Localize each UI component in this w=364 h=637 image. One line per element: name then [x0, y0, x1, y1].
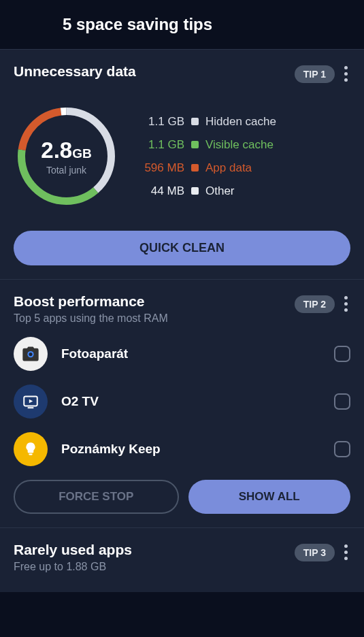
list-item: O2 TV — [14, 385, 350, 419]
force-stop-button[interactable]: FORCE STOP — [14, 480, 179, 514]
section-header: Boost performance Top 5 apps using the m… — [14, 293, 350, 325]
section-unnecessary-data: Unnecessary data TIP 1 2.8GB Total junk … — [0, 49, 364, 279]
section-rarely-used-apps: Rarely used apps Free up to 1.88 GB TIP … — [0, 527, 364, 592]
tip-badge: TIP 3 — [295, 544, 335, 561]
more-icon[interactable] — [342, 542, 350, 563]
svg-point-6 — [29, 353, 32, 356]
show-all-button[interactable]: SHOW ALL — [188, 480, 351, 514]
camera-icon — [14, 337, 48, 371]
legend-swatch — [191, 118, 199, 125]
junk-donut-chart: 2.8GB Total junk — [14, 103, 119, 209]
list-item: Fotoaparát — [14, 337, 350, 371]
legend-item: 44 MB Other — [138, 184, 276, 198]
section-subtitle: Top 5 apps using the most RAM — [14, 312, 295, 325]
tip-badge: TIP 2 — [295, 295, 335, 313]
checkbox[interactable] — [334, 346, 350, 362]
lightbulb-icon — [14, 432, 48, 466]
section-boost-performance: Boost performance Top 5 apps using the m… — [0, 279, 364, 527]
app-list: Fotoaparát O2 TV Poznámky Keep — [14, 337, 350, 466]
page-title: 5 space saving tips — [14, 15, 350, 34]
app-name: Fotoaparát — [61, 346, 320, 361]
more-icon[interactable] — [342, 293, 350, 314]
tv-icon — [14, 385, 48, 419]
legend-item: 1.1 GB Visible cache — [138, 138, 276, 152]
donut-value: 2.8GB — [41, 137, 91, 163]
junk-legend: 1.1 GB Hidden cache 1.1 GB Visible cache… — [138, 115, 276, 198]
section-header: Unnecessary data TIP 1 — [14, 63, 350, 84]
app-name: O2 TV — [61, 394, 320, 409]
legend-swatch — [191, 187, 199, 195]
page-header: 5 space saving tips — [0, 0, 364, 49]
donut-label: Total junk — [41, 165, 91, 176]
legend-item: 1.1 GB Hidden cache — [138, 115, 276, 129]
tip-badge: TIP 1 — [295, 65, 335, 83]
section-title: Unnecessary data — [14, 63, 295, 80]
section-title: Rarely used apps — [14, 542, 295, 558]
section-header: Rarely used apps Free up to 1.88 GB TIP … — [14, 542, 350, 573]
list-item: Poznámky Keep — [14, 432, 350, 466]
section-title: Boost performance — [14, 293, 295, 310]
legend-swatch — [191, 164, 199, 172]
legend-swatch — [191, 141, 199, 148]
checkbox[interactable] — [334, 441, 350, 457]
section-subtitle: Free up to 1.88 GB — [14, 561, 295, 573]
app-name: Poznámky Keep — [61, 442, 320, 457]
svg-rect-9 — [29, 454, 32, 455]
legend-item: 596 MB App data — [138, 161, 276, 175]
checkbox[interactable] — [334, 393, 350, 410]
more-icon[interactable] — [342, 63, 350, 84]
junk-summary: 2.8GB Total junk 1.1 GB Hidden cache 1.1… — [14, 103, 350, 209]
quick-clean-button[interactable]: QUICK CLEAN — [14, 231, 350, 265]
